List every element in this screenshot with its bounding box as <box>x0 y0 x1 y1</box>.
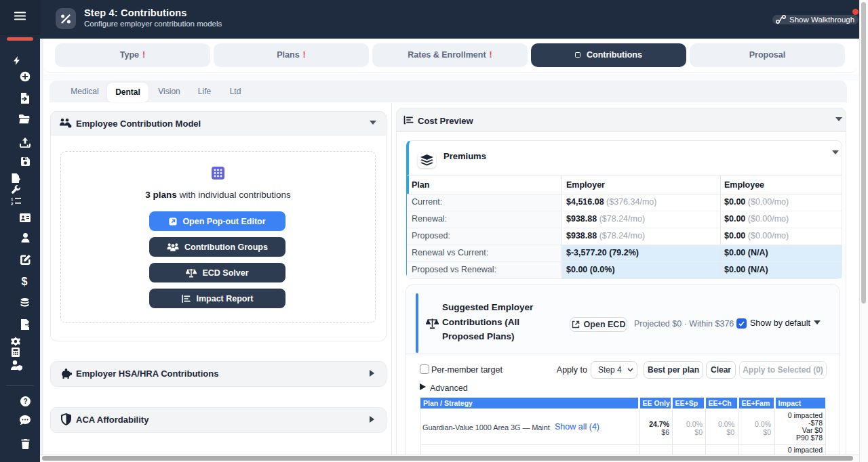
svg-text:1: 1 <box>11 197 14 201</box>
svg-text:?: ? <box>24 398 28 405</box>
svg-text:2: 2 <box>11 202 14 206</box>
